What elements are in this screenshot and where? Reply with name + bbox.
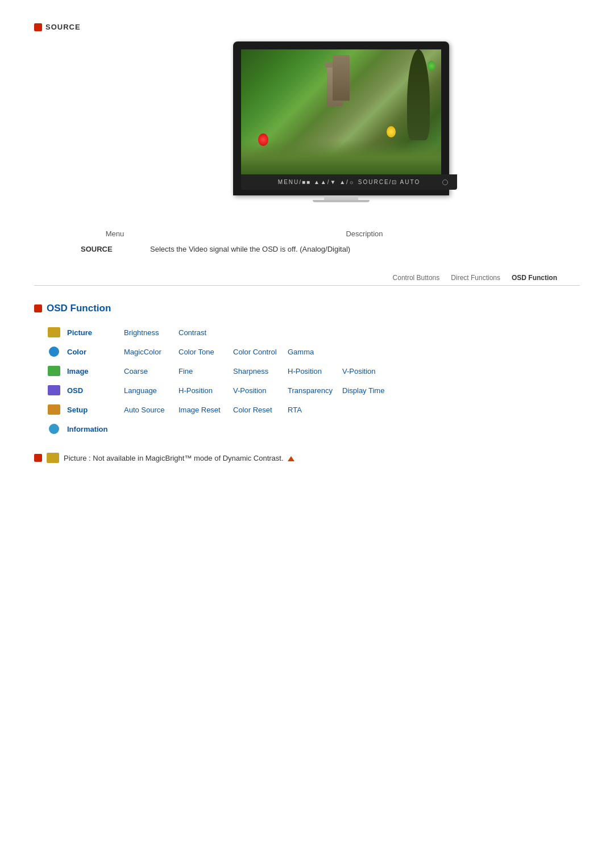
power-dot	[442, 180, 448, 185]
tab-direct-functions[interactable]: Direct Functions	[451, 274, 500, 282]
tab-control-buttons[interactable]: Control Buttons	[393, 274, 440, 282]
menu-row: SetupAuto SourceImage ResetColor ResetRT…	[45, 403, 580, 416]
menu-name-setup[interactable]: Setup	[67, 406, 124, 414]
icon-color-icon	[49, 347, 59, 357]
monitor-container: MENU/■■ ▲▲/▼ ▲/☼ SOURCE/⊡ AUTO	[102, 41, 580, 202]
menu-name-picture[interactable]: Picture	[67, 328, 124, 337]
menu-row: OSDLanguageH-PositionV-PositionTranspare…	[45, 383, 580, 397]
desc-description-cell: Selects the Video signal while the OSD i…	[150, 243, 579, 256]
notice-section: Picture : Not available in MagicBright™ …	[34, 453, 580, 463]
menu-icon-cell	[45, 422, 63, 436]
menu-icon-cell	[45, 364, 63, 378]
menu-icon-cell	[45, 383, 63, 397]
menu-items-container: LanguageH-PositionV-PositionTransparency…	[124, 386, 388, 395]
menu-item-v-position[interactable]: V-Position	[233, 386, 279, 395]
menu-item-contrast[interactable]: Contrast	[179, 328, 224, 337]
menu-row: PictureBrightnessContrast	[45, 326, 580, 339]
menu-col-header: Menu	[81, 226, 149, 241]
menu-item-color-control[interactable]: Color Control	[233, 348, 279, 356]
description-table: Menu Description SOURCESelects the Video…	[80, 225, 580, 257]
menu-item-coarse[interactable]: Coarse	[124, 367, 169, 375]
menu-item-color-tone[interactable]: Color Tone	[179, 348, 224, 356]
menu-item-display-time[interactable]: Display Time	[342, 386, 388, 395]
desc-col-header: Description	[150, 226, 579, 241]
menu-item-sharpness[interactable]: Sharpness	[233, 367, 279, 375]
description-section: Menu Description SOURCESelects the Video…	[34, 225, 580, 257]
menu-item-h-position[interactable]: H-Position	[288, 367, 333, 375]
icon-image-icon	[48, 366, 60, 376]
tree-decoration	[407, 49, 430, 140]
menu-items-container: Auto SourceImage ResetColor ResetRTA	[124, 406, 333, 414]
menu-item-transparency[interactable]: Transparency	[288, 386, 333, 395]
menu-items-container: BrightnessContrast	[124, 328, 224, 337]
menu-icon-cell	[45, 326, 63, 339]
menu-row: ImageCoarseFineSharpnessH-PositionV-Posi…	[45, 364, 580, 378]
monitor-stand-top	[324, 195, 358, 200]
lantern-green	[428, 61, 435, 71]
osd-section-header: OSD Function	[34, 303, 580, 314]
menu-icon-cell	[45, 345, 63, 358]
osd-section-icon	[34, 304, 42, 312]
menu-item-language[interactable]: Language	[124, 386, 169, 395]
icon-info-icon	[49, 424, 59, 434]
monitor-controls-text: MENU/■■ ▲▲/▼ ▲/☼ SOURCE/⊡ AUTO	[278, 179, 420, 185]
menu-item-fine[interactable]: Fine	[179, 367, 224, 375]
menu-item-brightness[interactable]: Brightness	[124, 328, 169, 337]
menu-item-h-position[interactable]: H-Position	[179, 386, 224, 395]
menu-icon-cell	[45, 403, 63, 416]
lantern-yellow	[387, 126, 396, 137]
menu-item-magiccolor[interactable]: MagicColor	[124, 348, 169, 356]
menu-items-container: CoarseFineSharpnessH-PositionV-Position	[124, 367, 388, 375]
tab-osd-function[interactable]: OSD Function	[512, 274, 557, 282]
monitor-bottom-bezel: MENU/■■ ▲▲/▼ ▲/☼ SOURCE/⊡ AUTO	[241, 174, 457, 190]
menu-item-image-reset[interactable]: Image Reset	[179, 406, 224, 414]
menu-item-color-reset[interactable]: Color Reset	[233, 406, 279, 414]
source-icon	[34, 23, 42, 31]
nav-tabs: Control Buttons Direct Functions OSD Fun…	[34, 274, 580, 286]
notice-d-icon	[34, 454, 42, 462]
menu-name-color[interactable]: Color	[67, 348, 124, 356]
osd-menu-grid: PictureBrightnessContrastColorMagicColor…	[45, 326, 580, 436]
menu-item-gamma[interactable]: Gamma	[288, 348, 333, 356]
icon-picture-icon	[48, 327, 60, 337]
source-label: SOURCE	[45, 23, 81, 31]
notice-img-icon	[47, 453, 59, 463]
menu-name-osd[interactable]: OSD	[67, 386, 124, 395]
menu-item-auto-source[interactable]: Auto Source	[124, 406, 169, 414]
monitor-stand-bottom	[313, 200, 370, 202]
monitor-screen	[241, 49, 441, 174]
notice-arrow-icon	[288, 456, 294, 461]
icon-setup-icon	[48, 404, 60, 415]
menu-row: ColorMagicColorColor ToneColor ControlGa…	[45, 345, 580, 358]
menu-row: Information	[45, 422, 580, 436]
source-header: SOURCE	[34, 23, 580, 31]
notice-text: Picture : Not available in MagicBright™ …	[64, 454, 294, 462]
menu-name-information[interactable]: Information	[67, 425, 124, 433]
desc-menu-cell: SOURCE	[81, 243, 149, 256]
osd-section-title: OSD Function	[47, 303, 111, 314]
icon-osd-icon	[48, 385, 60, 395]
menu-item-rta[interactable]: RTA	[288, 406, 333, 414]
menu-items-container: MagicColorColor ToneColor ControlGamma	[124, 348, 333, 356]
monitor-bezel: MENU/■■ ▲▲/▼ ▲/☼ SOURCE/⊡ AUTO	[233, 41, 449, 195]
menu-name-image[interactable]: Image	[67, 367, 124, 375]
menu-item-v-position[interactable]: V-Position	[342, 367, 388, 375]
pagoda-decoration	[327, 66, 343, 106]
lantern-red	[258, 133, 268, 146]
